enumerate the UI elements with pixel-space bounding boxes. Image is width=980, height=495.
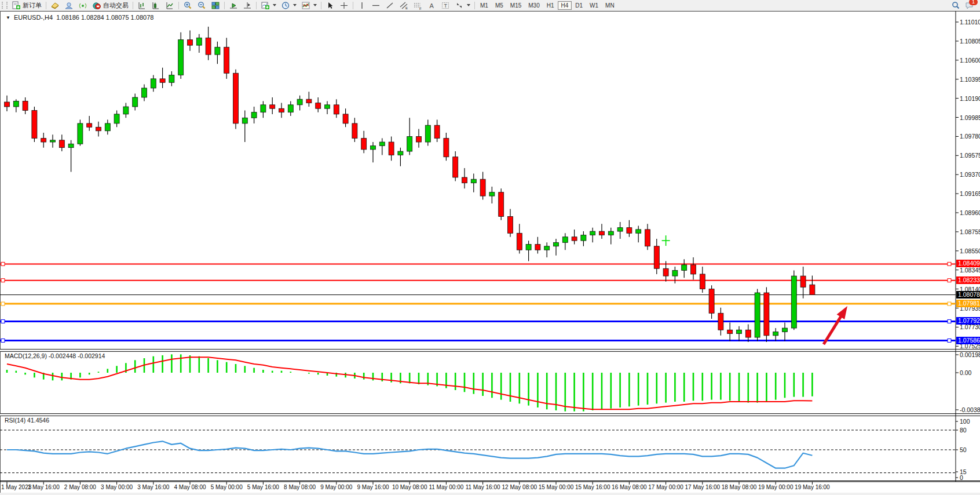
candle-body xyxy=(114,114,119,123)
candle-body xyxy=(718,313,723,330)
price-tick-label: 1.09575 xyxy=(960,152,980,159)
candle-body xyxy=(361,139,367,150)
line-handle-left[interactable] xyxy=(1,302,5,305)
candle-body xyxy=(508,216,513,233)
candle-body xyxy=(425,125,430,142)
candle-body xyxy=(32,110,37,138)
candle-body xyxy=(782,328,788,332)
candle-body xyxy=(343,114,348,123)
candle-body xyxy=(535,245,540,250)
candle-body xyxy=(791,276,796,328)
time-axis-label: 8 May 08:00 xyxy=(284,484,316,490)
candle-body xyxy=(590,231,595,235)
time-axis-label: 15 May 00:00 xyxy=(539,484,574,490)
time-axis-label: 18 May 08:00 xyxy=(722,484,757,490)
chart-canvas[interactable] xyxy=(0,0,980,495)
candle-body xyxy=(251,112,257,118)
macd-axis-label: 0.001982 xyxy=(960,351,980,358)
candle-body xyxy=(663,268,668,276)
candle-body xyxy=(206,38,211,54)
candle-body xyxy=(13,101,19,107)
candle-body xyxy=(288,105,293,112)
candle-body xyxy=(233,73,239,123)
price-tag-1.07981: 1.07981 xyxy=(956,300,980,307)
candle-body xyxy=(105,123,110,131)
candle-body xyxy=(517,233,522,250)
candle-body xyxy=(142,88,147,97)
macd-axis-label: -0.003804 xyxy=(960,406,980,413)
candle-body xyxy=(526,245,531,250)
line-handle-right[interactable] xyxy=(948,279,951,282)
candle-body xyxy=(178,39,184,75)
mt4-window: 新订单 自动交易 xyxy=(0,0,980,495)
candle-body xyxy=(654,246,659,269)
candle-body xyxy=(562,237,568,243)
candle-body xyxy=(297,99,302,105)
candle-body xyxy=(554,242,559,246)
line-handle-left[interactable] xyxy=(1,279,5,282)
time-axis-label: 2 May 08:00 xyxy=(64,484,96,490)
time-axis-label: 16 May 08:00 xyxy=(612,484,647,490)
price-tag-1.08233: 1.08233 xyxy=(956,276,980,284)
candle-body xyxy=(224,47,229,73)
candle-body xyxy=(306,99,312,103)
price-tick-label: 1.10600 xyxy=(960,57,980,64)
candle-body xyxy=(389,142,394,155)
candle-body xyxy=(499,192,504,217)
candle-body xyxy=(59,140,64,148)
price-tick-label: 1.08960 xyxy=(960,209,980,216)
candle-body xyxy=(599,231,605,235)
rsi-axis-label: 50 xyxy=(960,446,967,453)
time-axis-label: 19 May 16:00 xyxy=(795,484,830,490)
candle-body xyxy=(480,179,485,196)
trend-arrow-head[interactable] xyxy=(837,306,847,319)
time-axis-label: 5 May 16:00 xyxy=(247,484,279,490)
candle-body xyxy=(352,123,357,139)
line-handle-left[interactable] xyxy=(1,262,5,265)
candle-body xyxy=(78,123,83,144)
candle-body xyxy=(160,79,165,82)
price-tick-label: 1.10190 xyxy=(960,95,980,102)
candle-body xyxy=(581,235,586,241)
price-tick-label: 1.09985 xyxy=(960,114,980,121)
line-handle-right[interactable] xyxy=(948,339,951,343)
time-axis-label: 3 May 00:00 xyxy=(101,484,133,490)
time-axis-label: 5 May 00:00 xyxy=(211,484,243,490)
price-tick-label: 1.11010 xyxy=(960,19,980,26)
line-handle-right[interactable] xyxy=(948,319,951,323)
price-tick-label: 1.09165 xyxy=(960,190,980,197)
candle-body xyxy=(316,103,321,109)
time-axis-label: 3 May 16:00 xyxy=(137,484,169,490)
candle-body xyxy=(133,97,138,107)
time-axis-label: 12 May 08:00 xyxy=(502,484,537,490)
line-handle-right[interactable] xyxy=(948,262,951,265)
candle-body xyxy=(5,102,10,107)
candle-body xyxy=(672,271,678,276)
line-handle-right[interactable] xyxy=(948,302,951,305)
candle-body xyxy=(434,125,440,138)
candle-body xyxy=(645,230,650,246)
line-handle-left[interactable] xyxy=(1,319,5,323)
line-handle-left[interactable] xyxy=(1,339,5,343)
candle-body xyxy=(87,123,92,127)
candle-body xyxy=(151,79,156,88)
price-tick-label: 1.08550 xyxy=(960,248,980,254)
price-tick-label: 1.09780 xyxy=(960,133,980,140)
price-tick-label: 1.10805 xyxy=(960,38,980,45)
candle-body xyxy=(261,105,266,112)
price-tag-1.07586: 1.07586 xyxy=(956,337,980,344)
candle-body xyxy=(471,179,476,183)
candle-body xyxy=(379,142,385,145)
candle-body xyxy=(727,330,733,333)
macd-axis-label: 0.00 xyxy=(960,369,971,376)
price-tick-label: 1.08345 xyxy=(960,267,980,274)
candle-body xyxy=(608,231,613,235)
candle-body xyxy=(800,276,806,287)
candle-body xyxy=(371,145,376,149)
candle-body xyxy=(325,105,330,108)
time-axis-label: 11 May 00:00 xyxy=(429,484,463,490)
candle-body xyxy=(41,139,46,142)
candle-body xyxy=(407,136,412,151)
candle-body xyxy=(709,289,714,314)
time-axis-label: 15 May 16:00 xyxy=(575,484,610,490)
